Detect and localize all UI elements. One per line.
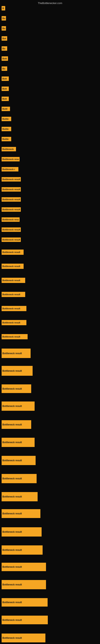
bar-label-19: Bottleneck result [1, 187, 21, 192]
bar-label-16: Bottleneck resu [1, 157, 20, 162]
bar-label-27: Bottleneck result [1, 278, 25, 283]
bar-label-1: B [1, 6, 5, 10]
bar-label-21: Bottleneck result [1, 207, 21, 212]
bar-item-33: Bottleneck result [1, 366, 33, 376]
bar-item-17: Bottleneck r [1, 167, 18, 172]
bar-item-1: B [1, 6, 5, 10]
bar-item-47: Bottleneck result [1, 616, 48, 624]
bar-item-12: Bottle [1, 117, 11, 121]
bar-label-29: Bottleneck result [1, 306, 26, 311]
bar-label-45: Bottleneck result [1, 580, 46, 589]
bar-label-38: Bottleneck result [1, 456, 36, 465]
bar-label-48: Bottleneck result [1, 634, 46, 642]
bar-item-22: Bottleneck resu [1, 217, 20, 222]
bar-item-20: Bottleneck result [1, 197, 21, 202]
bar-label-10: Bott [1, 96, 9, 101]
bar-item-23: Bottleneck result [1, 228, 21, 232]
bar-item-21: Bottleneck result [1, 207, 21, 212]
bar-label-20: Bottleneck result [1, 197, 21, 202]
bar-item-41: Bottleneck result [1, 509, 40, 518]
bar-item-48: Bottleneck result [1, 634, 46, 642]
bar-label-12: Bottle [1, 117, 11, 121]
bar-label-43: Bottleneck result [1, 546, 43, 555]
bar-label-42: Bottleneck result [1, 527, 42, 536]
bar-item-9: Bott [1, 86, 9, 91]
bar-label-32: Bottleneck result [1, 348, 31, 358]
bar-item-10: Bott [1, 96, 9, 101]
bar-item-8: Bott [1, 76, 9, 81]
bar-item-29: Bottleneck result [1, 306, 26, 311]
bar-item-28: Bottleneck result [1, 292, 25, 297]
bar-item-27: Bottleneck result [1, 278, 25, 283]
bar-item-37: Bottleneck result [1, 438, 35, 447]
bar-label-11: Bottl [1, 107, 10, 111]
bar-label-24: Bottleneck result [1, 238, 21, 242]
bar-item-19: Bottleneck result [1, 187, 21, 192]
bar-label-46: Bottleneck result [1, 598, 48, 606]
bar-item-31: Bottleneck result [1, 334, 28, 339]
bar-label-25: Bottleneck result [1, 250, 24, 255]
bar-item-15: Bottleneck [1, 147, 16, 151]
bar-item-34: Bottleneck result [1, 384, 31, 393]
bar-item-3: Bo [1, 26, 6, 30]
bar-label-3: Bo [1, 26, 6, 30]
bar-label-28: Bottleneck result [1, 292, 25, 297]
bar-item-45: Bottleneck result [1, 580, 46, 589]
bar-item-38: Bottleneck result [1, 456, 36, 465]
bar-item-26: Bottleneck result [1, 264, 24, 269]
bar-item-46: Bottleneck result [1, 598, 48, 606]
bar-label-33: Bottleneck result [1, 366, 33, 376]
bar-item-25: Bottleneck result [1, 250, 24, 255]
bar-item-42: Bottleneck result [1, 527, 42, 536]
bar-label-31: Bottleneck result [1, 334, 28, 339]
bar-item-36: Bottleneck result [1, 420, 31, 429]
bar-item-6: Bott [1, 56, 8, 61]
bar-item-30: Bottleneck result [1, 320, 26, 325]
bar-label-4: Bot [1, 36, 7, 41]
bar-label-5: Bo [1, 46, 7, 51]
bar-item-13: Bottle [1, 127, 11, 131]
bar-label-6: Bott [1, 56, 8, 61]
bar-label-37: Bottleneck result [1, 438, 35, 447]
bar-item-11: Bottl [1, 107, 10, 111]
bar-item-18: Bottleneck result [1, 177, 21, 182]
bar-label-2: Bo [1, 16, 6, 20]
bar-label-30: Bottleneck result [1, 320, 26, 325]
bar-label-44: Bottleneck result [1, 563, 46, 571]
bar-item-4: Bot [1, 36, 7, 41]
bar-item-44: Bottleneck result [1, 563, 46, 571]
site-title: TheBottlenecker.com [38, 2, 62, 5]
bar-item-35: Bottleneck result [1, 402, 35, 411]
bar-item-16: Bottleneck resu [1, 157, 20, 162]
bar-label-17: Bottleneck r [1, 167, 18, 172]
bar-label-22: Bottleneck resu [1, 217, 20, 222]
bar-label-8: Bott [1, 76, 9, 81]
bar-item-14: Bottle [1, 137, 11, 141]
bar-item-43: Bottleneck result [1, 546, 43, 555]
bar-label-41: Bottleneck result [1, 509, 40, 518]
bar-label-47: Bottleneck result [1, 616, 48, 624]
bar-label-7: Bo [1, 66, 7, 71]
bar-item-24: Bottleneck result [1, 238, 21, 242]
bar-label-34: Bottleneck result [1, 384, 31, 393]
bar-label-36: Bottleneck result [1, 420, 31, 429]
bar-item-7: Bo [1, 66, 7, 71]
bar-item-39: Bottleneck result [1, 474, 37, 483]
bar-item-5: Bo [1, 46, 7, 51]
bar-item-32: Bottleneck result [1, 348, 31, 358]
bar-label-35: Bottleneck result [1, 402, 35, 411]
bar-label-39: Bottleneck result [1, 474, 37, 483]
bar-label-15: Bottleneck [1, 147, 16, 151]
bar-label-13: Bottle [1, 127, 11, 131]
bar-label-9: Bott [1, 86, 9, 91]
bar-item-2: Bo [1, 16, 6, 20]
bar-label-40: Bottleneck result [1, 492, 38, 501]
bar-label-23: Bottleneck result [1, 228, 21, 232]
bar-label-26: Bottleneck result [1, 264, 24, 269]
bar-label-18: Bottleneck result [1, 177, 21, 182]
bar-label-14: Bottle [1, 137, 11, 141]
bar-item-40: Bottleneck result [1, 492, 38, 501]
